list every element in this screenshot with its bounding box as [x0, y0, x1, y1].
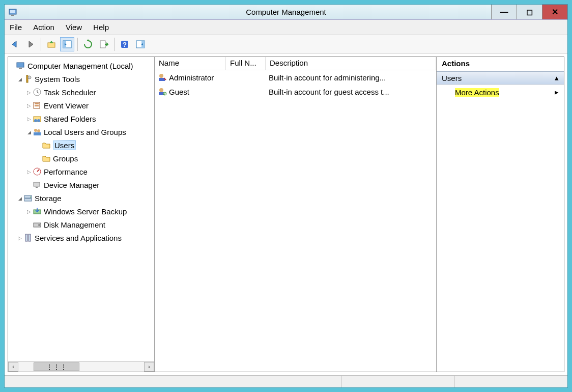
svg-point-14 [28, 76, 31, 79]
cell-name: Administrator [155, 73, 226, 82]
status-segment [454, 376, 567, 387]
tree-performance[interactable]: Performance [8, 165, 154, 178]
tree-label: Local Users and Groups [44, 128, 126, 136]
svg-rect-2 [11, 15, 14, 16]
scroll-left-button[interactable]: ‹ [8, 362, 18, 372]
svg-rect-1 [10, 10, 15, 13]
tree-device-manager[interactable]: Device Manager [8, 178, 154, 191]
svg-rect-18 [35, 105, 39, 106]
help-button[interactable]: ? [118, 37, 132, 51]
tree-system-tools[interactable]: System Tools [8, 72, 154, 86]
menu-help[interactable]: Help [93, 23, 109, 32]
chevron-right-icon: ▸ [555, 88, 559, 97]
list-body[interactable]: AdministratorBuilt-in account for admini… [155, 70, 436, 99]
column-full-name[interactable]: Full N... [226, 57, 266, 70]
actions-header: Actions [437, 57, 564, 71]
export-list-button[interactable] [97, 37, 111, 51]
cell-name-text: Administrator [169, 73, 214, 82]
folder-icon [42, 141, 52, 150]
show-hide-tree-button[interactable] [60, 37, 74, 51]
titlebar: Computer Management — ◻ ✕ [5, 5, 567, 20]
app-icon [8, 7, 19, 18]
actions-more[interactable]: More Actions ▸ [437, 85, 564, 100]
tree-event-viewer[interactable]: Event Viewer [8, 99, 154, 112]
cell-description: Built-in account for guest access t... [266, 88, 436, 96]
tree-storage[interactable]: Storage [8, 191, 154, 205]
column-description[interactable]: Description [266, 57, 436, 70]
tree-windows-server-backup[interactable]: Windows Server Backup [8, 205, 154, 218]
tree-local-users-groups[interactable]: Local Users and Groups [8, 125, 154, 138]
tree-label: Groups [53, 154, 78, 163]
svg-rect-29 [24, 199, 32, 201]
close-button[interactable]: ✕ [542, 5, 567, 19]
user-guest-icon [158, 87, 167, 96]
clock-icon [33, 88, 43, 97]
forward-button[interactable] [23, 37, 38, 51]
svg-point-30 [30, 197, 31, 198]
tree-users[interactable]: Users [8, 138, 154, 152]
svg-point-22 [34, 129, 37, 132]
menu-view[interactable]: View [66, 23, 82, 32]
statusbar [5, 375, 567, 387]
tree-root[interactable]: Computer Management (Local) [8, 59, 154, 72]
collapse-icon: ▴ [555, 73, 559, 82]
refresh-button[interactable] [81, 37, 95, 51]
back-button[interactable] [8, 37, 22, 51]
svg-point-38 [159, 88, 163, 92]
svg-rect-17 [35, 103, 39, 104]
svg-rect-12 [19, 68, 22, 69]
menu-action[interactable]: Action [33, 23, 54, 32]
window-title: Computer Management [5, 8, 567, 16]
tree-body[interactable]: Computer Management (Local) System Tools… [8, 57, 154, 361]
svg-rect-3 [48, 43, 55, 47]
toolbar-separator [77, 38, 78, 51]
list-pane: Name Full N... Description Administrator… [155, 57, 437, 372]
svg-rect-34 [25, 234, 27, 241]
event-viewer-icon [33, 101, 43, 110]
tree-label: Computer Management (Local) [27, 62, 133, 70]
svg-rect-6 [100, 41, 105, 48]
tree-label: Device Manager [44, 181, 99, 189]
up-one-level-button[interactable] [44, 37, 59, 51]
tree-disk-management[interactable]: Disk Management [8, 218, 154, 231]
content-area: Computer Management (Local) System Tools… [8, 57, 564, 372]
svg-rect-13 [26, 75, 28, 82]
tree-label: Services and Applications [35, 234, 122, 242]
tree-label: Storage [35, 194, 62, 203]
cell-description: Built-in account for administering... [266, 73, 436, 82]
toolbar-separator [41, 38, 41, 51]
window: Computer Management — ◻ ✕ File Action Vi… [4, 4, 568, 388]
minimize-button[interactable]: — [491, 5, 517, 19]
tree-shared-folders[interactable]: Shared Folders [8, 112, 154, 125]
tree-task-scheduler[interactable]: Task Scheduler [8, 86, 154, 99]
svg-point-33 [38, 224, 40, 226]
svg-rect-26 [34, 182, 40, 186]
services-icon [23, 233, 34, 242]
maximize-button[interactable]: ◻ [517, 5, 542, 19]
window-controls: — ◻ ✕ [491, 5, 567, 19]
tree-label: Event Viewer [44, 101, 89, 110]
tree-groups[interactable]: Groups [8, 152, 154, 165]
scroll-right-button[interactable]: › [144, 362, 154, 372]
list-row[interactable]: GuestBuilt-in account for guest access t… [155, 85, 436, 99]
scroll-thumb[interactable]: ⋮⋮⋮ [34, 362, 79, 371]
show-actions-pane-button[interactable] [133, 37, 148, 51]
list-row[interactable]: AdministratorBuilt-in account for admini… [155, 70, 436, 85]
device-manager-icon [33, 180, 43, 189]
actions-group-users[interactable]: Users ▴ [437, 71, 564, 85]
tree-hscrollbar[interactable]: ‹ ⋮⋮⋮ › [8, 361, 154, 372]
performance-icon [33, 167, 43, 176]
actions-group-label: Users [442, 74, 462, 82]
users-groups-icon [33, 127, 43, 136]
scroll-track[interactable]: ⋮⋮⋮ [18, 362, 144, 372]
svg-point-36 [159, 74, 163, 78]
column-name[interactable]: Name [155, 57, 226, 70]
actions-pane: Actions Users ▴ More Actions ▸ [437, 57, 564, 372]
svg-point-20 [34, 119, 37, 122]
disk-icon [33, 220, 43, 229]
tree-services-and-applications[interactable]: Services and Applications [8, 231, 154, 244]
menu-file[interactable]: File [10, 23, 22, 32]
tree-label: Task Scheduler [44, 88, 96, 97]
status-segment [5, 376, 341, 387]
svg-point-23 [37, 129, 40, 132]
